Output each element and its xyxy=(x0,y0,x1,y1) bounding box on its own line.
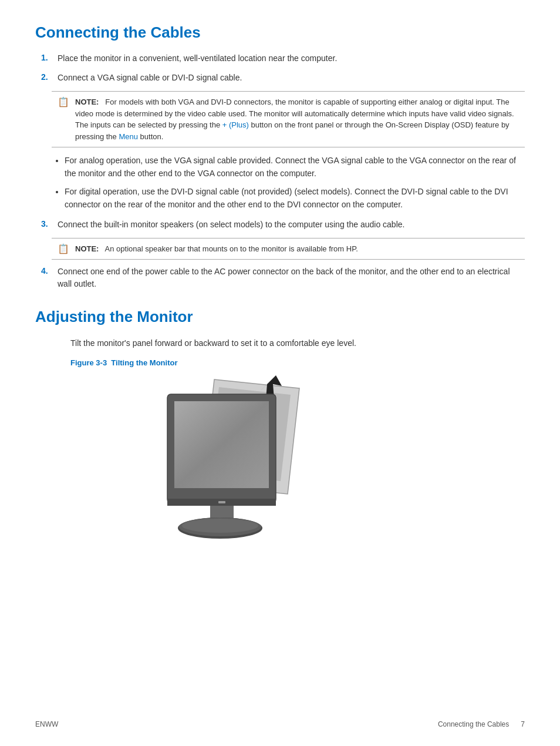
list-item-4-text: Connect one end of the power cable to th… xyxy=(58,266,525,290)
section2-intro: Tilt the monitor's panel forward or back… xyxy=(70,337,525,350)
section1-title: Connecting the Cables xyxy=(35,23,525,42)
note1-link1[interactable]: + (Plus) xyxy=(222,120,249,129)
note-icon-1: 📋 xyxy=(58,96,70,107)
monitor-front-panel xyxy=(167,394,276,506)
note1-text: NOTE: For models with both VGA and DVI-D… xyxy=(75,98,514,141)
section2-container: Adjusting the Monitor Tilt the monitor's… xyxy=(35,308,525,558)
bullet-list: For analog operation, use the VGA signal… xyxy=(65,154,525,211)
svg-rect-5 xyxy=(174,401,269,488)
note-icon-2: 📋 xyxy=(58,243,70,254)
svg-rect-7 xyxy=(218,501,225,503)
footer-left: ENWW xyxy=(35,720,58,728)
note1-text-after: button. xyxy=(138,132,163,141)
list-item-3-text: Connect the built-in monitor speakers (o… xyxy=(58,219,525,231)
footer-right-label: Connecting the Cables xyxy=(438,720,509,728)
note2-text: NOTE: An optional speaker bar that mount… xyxy=(75,244,358,253)
list-item-1-text: Place the monitor in a convenient, well-… xyxy=(58,52,525,65)
note1-label: NOTE: xyxy=(75,98,99,106)
note-content-1: NOTE: For models with both VGA and DVI-D… xyxy=(75,96,519,142)
list-number-4: 4. xyxy=(41,266,58,275)
note2-body: An optional speaker bar that mounts on t… xyxy=(105,244,358,253)
figure-caption-text: Tilting the Monitor xyxy=(111,358,177,367)
bullet-item-1: For analog operation, use the VGA signal… xyxy=(65,154,525,180)
list-item: 4. Connect one end of the power cable to… xyxy=(41,266,525,290)
note-box-1: 📋 NOTE: For models with both VGA and DVI… xyxy=(52,91,525,147)
section2-title: Adjusting the Monitor xyxy=(35,308,525,326)
note-box-2: 📋 NOTE: An optional speaker bar that mou… xyxy=(52,238,525,260)
svg-point-11 xyxy=(182,519,258,533)
list-item: 3. Connect the built-in monitor speakers… xyxy=(41,219,525,231)
list-number-2: 2. xyxy=(41,72,58,82)
list-item: 2. Connect a VGA signal cable or DVI-D s… xyxy=(41,72,525,84)
note1-link2[interactable]: Menu xyxy=(119,132,138,141)
list-number-1: 1. xyxy=(41,52,58,62)
bullet-item-2: For digital operation, use the DVI-D sig… xyxy=(65,186,525,211)
footer-right: Connecting the Cables 7 xyxy=(438,720,525,728)
list-item-2-text: Connect a VGA signal cable or DVI-D sign… xyxy=(58,72,525,84)
figure-label: Figure 3-3 xyxy=(70,358,107,367)
list-number-3: 3. xyxy=(41,219,58,228)
list-item: 1. Place the monitor in a convenient, we… xyxy=(41,52,525,65)
note-content-2: NOTE: An optional speaker bar that mount… xyxy=(75,243,358,255)
figure-caption: Figure 3-3 Tilting the Monitor xyxy=(70,358,525,367)
monitor-stand-base xyxy=(178,518,262,539)
footer-page-number: 7 xyxy=(521,720,525,728)
footer: ENWW Connecting the Cables 7 xyxy=(35,720,525,728)
monitor-illustration xyxy=(117,371,317,559)
note2-label: NOTE: xyxy=(75,244,99,253)
